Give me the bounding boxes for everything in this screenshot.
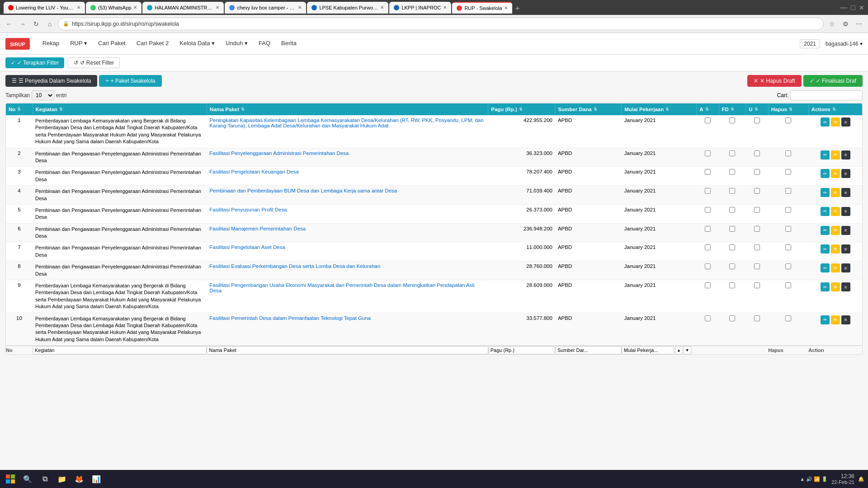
cell-a-4[interactable] [697, 186, 719, 205]
maximize-button[interactable]: □ [851, 4, 855, 12]
checkbox-hapus-2[interactable] [785, 150, 791, 156]
th-sumber-dana[interactable]: Sumber Dana⇅ [555, 103, 622, 115]
th-u[interactable]: U⇅ [746, 103, 768, 115]
nav-rekap[interactable]: Rekap [37, 33, 65, 55]
checkbox-fd-5[interactable] [729, 207, 735, 213]
nav-kelola-data[interactable]: Kelola Data ▾ [174, 33, 220, 55]
minimize-button[interactable]: — [840, 4, 847, 12]
nav-rup[interactable]: RUP ▾ [65, 33, 93, 55]
nav-unduh[interactable]: Unduh ▾ [220, 33, 253, 55]
checkbox-a-6[interactable] [705, 226, 711, 232]
th-actions[interactable]: Actions⇅ [808, 103, 862, 115]
new-tab-button[interactable]: + [515, 4, 520, 14]
hapus-draft-button[interactable]: ✕ ✕ Hapus Draft [747, 75, 801, 87]
view-icon-5[interactable]: 👁 [831, 207, 840, 216]
finalisasi-button[interactable]: ✓ ✓ Finalisasi Draf [803, 75, 863, 87]
checkbox-a-9[interactable] [705, 282, 711, 288]
th-a[interactable]: A⇅ [697, 103, 719, 115]
cell-fd-8[interactable] [719, 261, 746, 280]
checkbox-a-2[interactable] [705, 150, 711, 156]
user-badge[interactable]: bagasadi-146 ▾ [826, 41, 863, 47]
checkbox-u-10[interactable] [754, 315, 760, 321]
checkbox-hapus-9[interactable] [785, 282, 791, 288]
checkbox-fd-7[interactable] [729, 244, 735, 250]
paket-link-2[interactable]: Fasilitasi Penyelenggaraan Administrasi … [209, 150, 349, 156]
checkbox-a-10[interactable] [705, 315, 711, 321]
list-icon-4[interactable]: ≡ [841, 188, 850, 197]
cell-a-1[interactable] [697, 115, 719, 148]
cell-nama-paket-8[interactable]: Fasilitasi Evaluasi Perkembangan Desa se… [207, 261, 488, 280]
checkbox-fd-6[interactable] [729, 226, 735, 232]
checkbox-hapus-7[interactable] [785, 244, 791, 250]
tab-close-6[interactable]: ✕ [443, 5, 447, 10]
cell-u-2[interactable] [746, 148, 768, 167]
cell-hapus-4[interactable] [768, 186, 808, 205]
footer-mulai-sort-asc[interactable]: ▲ [675, 346, 683, 354]
checkbox-fd-2[interactable] [729, 150, 735, 156]
paket-link-5[interactable]: Fasilitasi Penyusunan Profil Desa [209, 207, 287, 212]
edit-icon-5[interactable]: ✏ [821, 207, 830, 216]
checkbox-fd-3[interactable] [729, 169, 735, 175]
cell-fd-10[interactable] [719, 313, 746, 346]
tab-1[interactable]: Lowering the LUV - YouTu... ✕ [4, 2, 85, 14]
checkbox-a-1[interactable] [705, 117, 711, 123]
cell-u-4[interactable] [746, 186, 768, 205]
year-badge[interactable]: 2021 [800, 39, 820, 48]
list-icon-3[interactable]: ≡ [841, 169, 850, 178]
th-nama-paket[interactable]: Nama Paket⇅ [207, 103, 488, 115]
edit-icon-7[interactable]: ✏ [821, 244, 830, 253]
view-icon-8[interactable]: 👁 [831, 263, 840, 272]
cell-nama-paket-10[interactable]: Fasilitasi Pemerintah Desa dalam Pemanfa… [207, 313, 488, 346]
view-icon-1[interactable]: 👁 [831, 117, 840, 127]
cell-hapus-5[interactable] [768, 204, 808, 223]
cell-hapus-10[interactable] [768, 313, 808, 346]
list-icon-6[interactable]: ≡ [841, 226, 850, 235]
cell-fd-9[interactable] [719, 280, 746, 313]
address-bar[interactable]: 🔒 https://sirup.lkpp.go.id/sirup/ro/rup/… [58, 18, 824, 30]
cell-a-10[interactable] [697, 313, 719, 346]
th-pagu[interactable]: Pagu (Rp.)⇅ [488, 103, 555, 115]
paket-link-7[interactable]: Fasilitasi Pengelolaan Aset Desa [209, 244, 285, 250]
paket-link-10[interactable]: Fasilitasi Pemerintah Desa dalam Pemanfa… [209, 315, 371, 321]
edit-icon-4[interactable]: ✏ [821, 188, 830, 197]
list-icon-1[interactable]: ≡ [841, 117, 850, 127]
cell-hapus-3[interactable] [768, 167, 808, 186]
checkbox-u-8[interactable] [754, 263, 760, 269]
view-icon-4[interactable]: 👁 [831, 188, 840, 197]
tab-2[interactable]: (53) WhatsApp ✕ [86, 2, 142, 14]
checkbox-hapus-1[interactable] [785, 117, 791, 123]
th-no[interactable]: No⇅ [6, 103, 33, 115]
checkbox-hapus-8[interactable] [785, 263, 791, 269]
paket-button[interactable]: + + Paket Swakelola [99, 75, 161, 87]
cell-fd-3[interactable] [719, 167, 746, 186]
cell-a-8[interactable] [697, 261, 719, 280]
cell-nama-paket-6[interactable]: Fasilitasi Manajemen Pemerintahan Desa [207, 223, 488, 242]
cell-u-3[interactable] [746, 167, 768, 186]
cell-u-7[interactable] [746, 242, 768, 261]
reset-filter-button[interactable]: ↺ ↺ Reset Filter [68, 57, 120, 68]
checkbox-u-5[interactable] [754, 207, 760, 213]
checkbox-u-4[interactable] [754, 188, 760, 194]
cell-a-9[interactable] [697, 280, 719, 313]
checkbox-a-5[interactable] [705, 207, 711, 213]
checkbox-fd-10[interactable] [729, 315, 735, 321]
checkbox-fd-1[interactable] [729, 117, 735, 123]
cell-hapus-1[interactable] [768, 115, 808, 148]
tab-5[interactable]: LPSE Kabupaten Purworejo:.. ✕ [307, 2, 388, 14]
checkbox-hapus-10[interactable] [785, 315, 791, 321]
tab-6[interactable]: LKPP | INAPROC ✕ [389, 2, 451, 14]
checkbox-u-2[interactable] [754, 150, 760, 156]
edit-icon-10[interactable]: ✏ [821, 315, 830, 324]
paket-link-6[interactable]: Fasilitasi Manajemen Pemerintahan Desa [209, 226, 306, 231]
list-icon-8[interactable]: ≡ [841, 263, 850, 272]
cell-a-3[interactable] [697, 167, 719, 186]
cell-fd-6[interactable] [719, 223, 746, 242]
cell-fd-2[interactable] [719, 148, 746, 167]
footer-nama-paket-input[interactable] [207, 346, 488, 354]
list-icon-10[interactable]: ≡ [841, 315, 850, 324]
view-icon-7[interactable]: 👁 [831, 244, 840, 253]
cell-a-7[interactable] [697, 242, 719, 261]
checkbox-a-3[interactable] [705, 169, 711, 175]
view-icon-9[interactable]: 👁 [831, 282, 840, 291]
cell-u-10[interactable] [746, 313, 768, 346]
